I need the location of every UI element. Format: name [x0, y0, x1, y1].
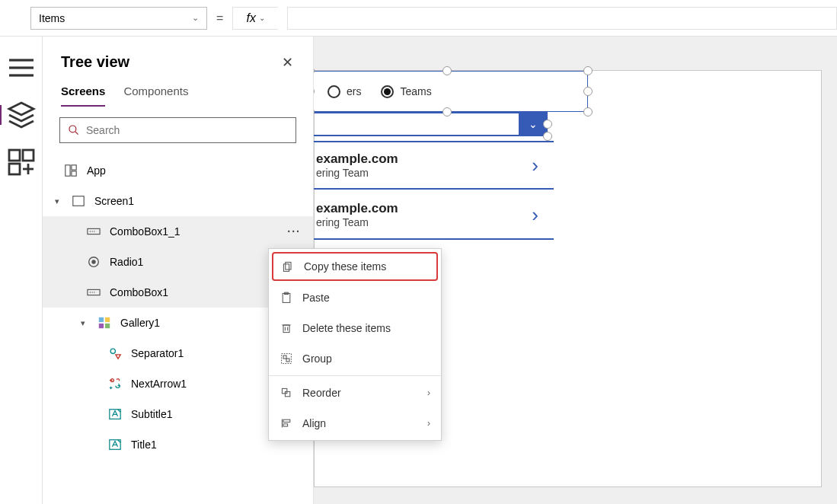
combobox-control[interactable] [310, 112, 548, 136]
chevron-right-icon[interactable]: › [532, 154, 554, 177]
svg-rect-46 [282, 388, 286, 393]
resize-handle[interactable] [583, 87, 593, 96]
radio-circle-selected-icon [381, 85, 394, 98]
chevron-down-icon: ⌄ [192, 13, 199, 23]
hamburger-icon[interactable] [6, 55, 37, 81]
menu-copy-items[interactable]: Copy these items [272, 252, 438, 281]
tab-components[interactable]: Components [123, 85, 188, 107]
resize-handle[interactable] [442, 107, 452, 116]
svg-rect-20 [88, 289, 100, 295]
label-icon [107, 407, 123, 421]
chevron-right-icon[interactable]: › [532, 203, 554, 227]
menu-label: Paste [302, 292, 330, 304]
left-rail [0, 37, 43, 504]
property-dropdown[interactable]: Items ⌄ [30, 7, 207, 30]
svg-rect-25 [105, 317, 110, 322]
chevron-right-icon: › [427, 388, 430, 398]
gallery-item[interactable]: example.com ering Team › [310, 141, 554, 190]
tree-node-label: ComboBox1_1 [110, 225, 180, 238]
svg-rect-10 [65, 165, 70, 176]
fx-button[interactable]: fx ⌄ [232, 7, 278, 30]
tree-view-title: Tree view [61, 53, 129, 71]
svg-rect-26 [99, 324, 104, 328]
svg-rect-11 [72, 165, 76, 170]
radio-option-1[interactable]: ers [327, 85, 361, 98]
insert-rail-icon[interactable] [6, 149, 37, 175]
search-input[interactable] [59, 117, 296, 143]
svg-rect-45 [286, 359, 289, 362]
screen-icon [70, 194, 87, 208]
svg-rect-24 [99, 317, 104, 322]
tree-node-label: Gallery1 [120, 317, 160, 329]
more-icon[interactable]: ··· [275, 225, 313, 238]
svg-rect-49 [283, 419, 290, 422]
resize-handle[interactable] [583, 107, 593, 116]
caret-down-icon[interactable]: ▾ [55, 196, 65, 206]
svg-marker-29 [116, 355, 120, 359]
tree-node-label: NextArrow1 [131, 378, 187, 390]
radio-control[interactable]: ers Teams [310, 71, 588, 112]
property-name: Items [39, 12, 65, 24]
svg-rect-47 [285, 391, 289, 396]
svg-point-17 [94, 231, 94, 231]
tree-view-rail-icon[interactable] [6, 102, 37, 128]
caret-down-icon[interactable]: ▾ [81, 318, 91, 328]
chevron-right-icon: › [427, 418, 430, 429]
combobox-icon [85, 285, 102, 299]
svg-rect-13 [73, 196, 84, 206]
copy-icon [281, 260, 295, 273]
svg-rect-36 [283, 264, 289, 272]
radio-icon [85, 255, 102, 269]
tab-screens[interactable]: Screens [61, 85, 105, 107]
svg-point-21 [90, 292, 91, 292]
svg-rect-37 [283, 293, 290, 302]
formula-input[interactable] [287, 7, 837, 30]
svg-rect-4 [23, 150, 34, 161]
menu-label: Delete these items [302, 322, 391, 334]
menu-label: Copy these items [304, 260, 386, 273]
app-icon [62, 164, 79, 177]
tree-node-label: Separator1 [131, 347, 184, 359]
menu-label: Reorder [302, 387, 341, 399]
menu-delete-items[interactable]: Delete these items [269, 313, 441, 343]
gallery-item[interactable]: example.com ering Team › [310, 191, 554, 240]
tree-node-combobox1-1[interactable]: ComboBox1_1 ··· [43, 216, 313, 247]
menu-group[interactable]: Group [269, 343, 441, 374]
svg-rect-50 [283, 424, 288, 426]
fx-label: fx [247, 11, 256, 25]
svg-rect-44 [283, 356, 286, 359]
radio-circle-icon [327, 85, 340, 98]
nextarrow-icon [107, 377, 123, 391]
tree-node-screen1[interactable]: ▾ Screen1 [43, 186, 313, 216]
radio-option-2[interactable]: Teams [381, 85, 431, 98]
gallery-item-subtitle: ering Team [316, 216, 532, 228]
close-icon[interactable]: ✕ [282, 54, 293, 71]
delete-icon [280, 322, 293, 334]
radio-option-label: ers [347, 85, 361, 97]
tree-node-label: Radio1 [110, 256, 143, 268]
search-icon [68, 124, 80, 136]
resize-handle[interactable] [442, 66, 452, 75]
label-icon [107, 438, 123, 451]
menu-align[interactable]: Align › [269, 408, 441, 439]
svg-point-8 [69, 126, 76, 132]
search-field[interactable] [86, 124, 288, 136]
menu-reorder[interactable]: Reorder › [269, 378, 441, 408]
menu-label: Group [302, 352, 332, 365]
gallery-item-title: example.com [316, 152, 532, 167]
tree-node-label: Screen1 [94, 195, 134, 207]
svg-point-22 [91, 292, 92, 292]
gallery-item-subtitle: ering Team [316, 167, 532, 179]
tree-node-label: ComboBox1 [110, 286, 168, 298]
reorder-icon [280, 387, 293, 399]
separator-icon [107, 346, 123, 360]
resize-handle[interactable] [543, 132, 552, 141]
formula-bar: Items ⌄ = fx ⌄ [0, 0, 837, 37]
resize-handle[interactable] [543, 120, 552, 129]
menu-paste[interactable]: Paste [269, 282, 441, 313]
svg-point-16 [91, 231, 92, 231]
tree-node-app[interactable]: App [43, 155, 313, 186]
resize-handle[interactable] [583, 66, 593, 75]
svg-line-9 [75, 132, 78, 135]
svg-point-15 [90, 231, 91, 231]
